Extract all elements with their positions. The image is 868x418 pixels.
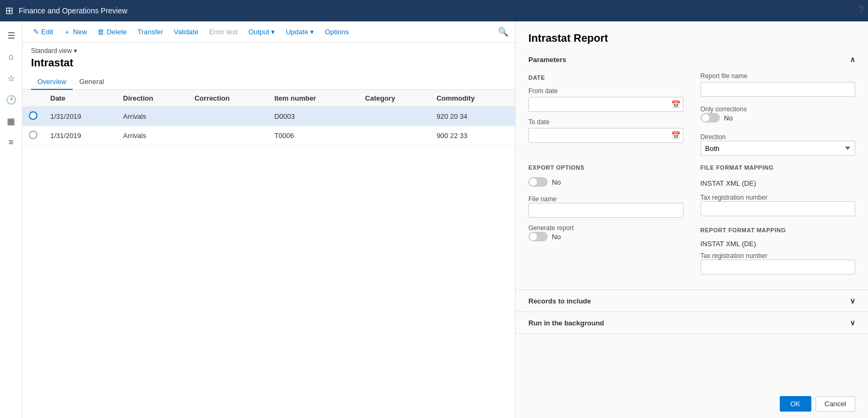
records-to-include-header[interactable]: Records to include ∨ [516, 290, 868, 311]
run-in-background-header[interactable]: Run in the background ∨ [516, 312, 868, 333]
generate-file-value: No [552, 178, 561, 186]
to-date-wrapper: 📅 [528, 128, 683, 143]
new-icon: ＋ [64, 27, 71, 37]
output-dropdown-icon: ▾ [271, 28, 275, 36]
file-format-tax-group: Tax registration number [701, 194, 856, 216]
records-to-include-label: Records to include [528, 297, 591, 305]
search-icon[interactable]: 🔍 [498, 27, 509, 37]
new-button[interactable]: ＋ New [59, 25, 91, 39]
table-row[interactable]: 1/31/2019 Arrivals D0003 920 20 34 [22, 107, 515, 126]
only-corrections-toggle-row: No [701, 113, 856, 123]
report-format-mapping-value: INSTAT XML (DE) [701, 238, 856, 250]
row-date: 1/31/2019 [44, 107, 117, 126]
only-corrections-toggle[interactable] [701, 113, 720, 123]
from-date-calendar-icon[interactable]: 📅 [671, 100, 680, 109]
row-commodity: 920 20 34 [430, 107, 515, 126]
records-chevron-icon: ∨ [850, 297, 855, 305]
report-format-tax-group: Tax registration number [701, 252, 856, 275]
report-format-tax-reg-input[interactable] [701, 260, 856, 275]
file-name-input[interactable] [528, 203, 683, 218]
page-title: Intrastat [31, 57, 506, 69]
generate-file-toggle[interactable] [528, 177, 548, 187]
export-options-col: EXPORT OPTIONS No File name Generate rep… [528, 162, 683, 275]
parameters-section: Parameters ∧ DATE From date 📅 To date [516, 49, 868, 290]
table-header-row: Date Direction Correction Item number Ca… [22, 90, 515, 107]
error-text-button[interactable]: Error text [205, 26, 242, 38]
delete-button[interactable]: 🗑 Delete [93, 26, 131, 38]
validate-button[interactable]: Validate [170, 26, 203, 38]
view-chevron-icon: ▾ [74, 47, 77, 55]
update-button[interactable]: Update ▾ [281, 26, 318, 38]
ok-button[interactable]: OK [780, 396, 811, 412]
generate-report-group: Generate report No [528, 224, 683, 246]
report-file-name-input[interactable] [701, 82, 856, 97]
date-row: DATE From date 📅 To date 📅 Rep [528, 72, 855, 156]
cancel-button[interactable]: Cancel [816, 396, 855, 412]
row-category [359, 107, 431, 126]
row-radio[interactable] [29, 111, 37, 120]
run-in-background-label: Run in the background [528, 319, 604, 327]
file-name-group: File name [528, 195, 683, 218]
nav-home-icon[interactable]: ⌂ [2, 47, 21, 66]
nav-recent-icon[interactable]: 🕐 [2, 90, 21, 109]
nav-workspaces-icon[interactable]: ▦ [2, 111, 21, 131]
file-format-mapping-value: INSTAT XML (DE) [701, 177, 856, 189]
panel-title: Intrastat Report [516, 21, 868, 49]
nav-modules-icon[interactable]: ≡ [2, 133, 21, 152]
col-category[interactable]: Category [359, 90, 431, 107]
file-format-tax-reg-input[interactable] [701, 201, 856, 216]
row-select-cell [22, 107, 44, 126]
tab-overview[interactable]: Overview [31, 74, 73, 90]
col-select [22, 90, 44, 107]
direction-row: Direction Both Arrivals Dispatches [701, 133, 856, 156]
direction-select[interactable]: Both Arrivals Dispatches [701, 141, 856, 156]
generate-report-toggle[interactable] [528, 232, 548, 241]
date-col: DATE From date 📅 To date 📅 [528, 72, 683, 156]
update-dropdown-icon: ▾ [310, 28, 314, 36]
row-direction: Arrivals [117, 107, 188, 126]
intrastat-table: Date Direction Correction Item number Ca… [22, 90, 515, 146]
output-button[interactable]: Output ▾ [244, 26, 279, 38]
help-icon[interactable]: ? [858, 4, 864, 16]
row-item-number[interactable]: D0003 [268, 107, 359, 126]
only-corrections-value: No [724, 114, 733, 122]
nav-favorites-icon[interactable]: ☆ [2, 69, 21, 88]
grid-icon[interactable]: ⊞ [5, 5, 13, 17]
export-options-row: EXPORT OPTIONS No File name Generate rep… [528, 162, 855, 275]
records-to-include-section: Records to include ∨ [516, 290, 868, 312]
from-date-wrapper: 📅 [528, 97, 683, 112]
col-date[interactable]: Date [44, 90, 117, 107]
transfer-button[interactable]: Transfer [133, 26, 167, 38]
from-date-input[interactable] [528, 97, 683, 112]
row-select-cell [22, 126, 44, 146]
file-format-mapping-label: FILE FORMAT MAPPING [701, 164, 856, 171]
view-selector[interactable]: Standard view ▾ [31, 47, 506, 55]
report-format-tax-reg-label: Tax registration number [701, 252, 856, 260]
table-row[interactable]: 1/31/2019 Arrivals T0006 900 22 33 [22, 126, 515, 146]
row-correction [188, 126, 268, 146]
col-item-number[interactable]: Item number [268, 90, 359, 107]
edit-button[interactable]: ✎ Edit [29, 26, 57, 38]
col-commodity[interactable]: Commodity [430, 90, 515, 107]
panel-footer: OK Cancel [516, 390, 868, 418]
row-date: 1/31/2019 [44, 126, 117, 146]
col-direction[interactable]: Direction [117, 90, 188, 107]
view-label: Standard view [31, 47, 72, 55]
file-format-col: FILE FORMAT MAPPING INSTAT XML (DE) Tax … [701, 162, 856, 275]
col-correction[interactable]: Correction [188, 90, 268, 107]
parameters-section-header[interactable]: Parameters ∧ [516, 49, 868, 70]
options-button[interactable]: Options [320, 26, 353, 38]
generate-report-value: No [552, 233, 561, 241]
direction-label: Direction [701, 133, 856, 141]
nav-menu-icon[interactable]: ☰ [2, 26, 21, 45]
to-date-calendar-icon[interactable]: 📅 [671, 131, 680, 140]
tab-general[interactable]: General [73, 74, 110, 90]
to-date-input[interactable] [528, 128, 683, 143]
row-item-number: T0006 [268, 126, 359, 146]
generate-report-toggle-row: No [528, 232, 683, 241]
row-radio[interactable] [29, 131, 37, 139]
row-correction [188, 107, 268, 126]
left-nav: ☰ ⌂ ☆ 🕐 ▦ ≡ [0, 21, 22, 418]
file-name-label: File name [528, 195, 683, 203]
file-format-tax-reg-label: Tax registration number [701, 194, 856, 201]
